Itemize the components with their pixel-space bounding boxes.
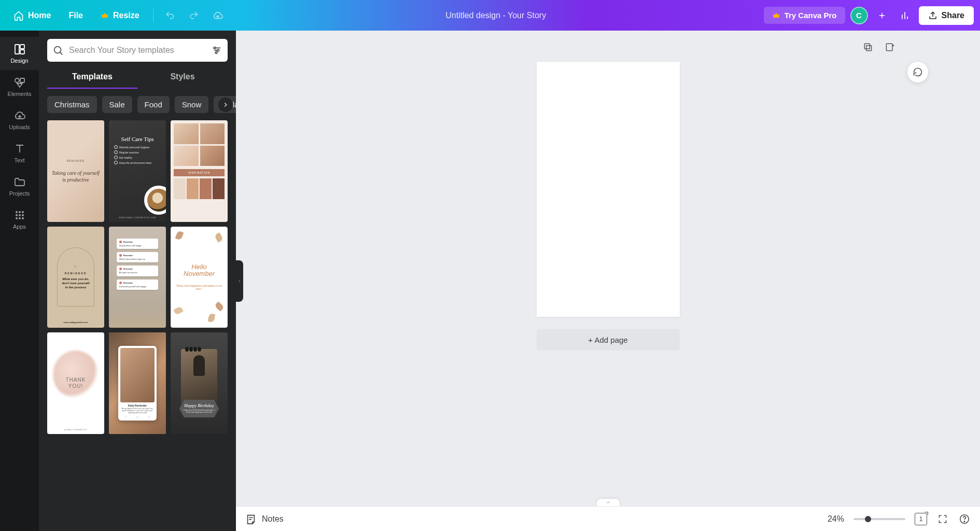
canvas-page[interactable] [537,62,680,317]
hex-label: Happy Birthday I hope your all the best … [179,400,219,417]
notes-icon [245,513,257,525]
tpl-footer: @REALLYGREATSITE [64,429,87,431]
top-bar: Home File Resize Untitled design - Your … [0,0,980,31]
search-box[interactable] [47,39,228,62]
nav-uploads[interactable]: Uploads [0,103,39,136]
phone-title: Daily Reminder [120,404,155,407]
template-card[interactable]: THANKYOU! @REALLYGREATSITE [47,332,104,434]
templates-scroll[interactable]: REMINDER Taking care of yourself is prod… [39,120,236,531]
svg-point-22 [964,521,964,521]
tab-templates[interactable]: Templates [47,67,137,89]
insights-button[interactable] [896,7,914,24]
add-page-button[interactable]: + Add page [537,329,680,351]
share-button[interactable]: Share [919,6,974,25]
svg-point-8 [16,214,18,216]
redo-button[interactable] [184,5,204,26]
svg-point-17 [215,52,217,54]
fullscreen-button[interactable] [936,513,949,525]
nav-projects-label: Projects [9,190,30,197]
cloud-icon [212,10,223,21]
tab-styles[interactable]: Styles [137,67,228,89]
chevron-right-icon [222,101,229,108]
template-card[interactable]: Daily Reminder Being happy all the time … [109,332,166,434]
tpl-item: Eat healthy [114,156,161,159]
crown-icon [101,11,109,20]
arch-frame: ✦ REMINDER What ever you do, don't lose … [57,247,95,306]
leaf-decoration [173,229,225,326]
template-card[interactable]: ✦ REMINDER What ever you do, don't lose … [47,227,104,328]
page-count-button[interactable]: 1 [915,513,927,525]
chip-row: Christmas Sale Food Snow Collage [39,89,236,120]
main-area: Design Elements Uploads Text Projects Ap… [0,31,980,531]
tpl-item: Maintain personal hygiene [114,145,161,149]
share-label: Share [942,11,964,20]
status-right: 24% 1 [828,513,971,525]
tpl-title: Happy Birthday [181,403,217,408]
chip-christmas[interactable]: Christmas [47,96,97,113]
nav-text[interactable]: Text [0,136,39,170]
help-button[interactable] [958,513,971,525]
chip-sale[interactable]: Sale [102,96,132,113]
chip-snow[interactable]: Snow [175,96,209,113]
phone-frame: Daily Reminder Being happy all the time … [118,346,157,421]
template-card[interactable]: REMINDER Taking care of yourself is prod… [47,120,104,222]
home-button[interactable]: Home [6,6,58,25]
plus-icon [877,11,887,20]
divider [153,9,153,22]
fullscreen-icon [937,514,948,524]
pages-drawer-handle[interactable] [597,499,620,506]
template-card[interactable]: Self Care Tips Maintain personal hygiene… [109,120,166,222]
chip-food[interactable]: Food [137,96,170,113]
svg-point-13 [22,217,24,219]
notes-button[interactable]: Notes [245,513,284,525]
document-title[interactable]: Untitled design - Your Story [445,11,546,20]
svg-rect-19 [864,44,870,49]
resize-button[interactable]: Resize [93,7,147,24]
add-page-icon-button[interactable] [883,40,897,54]
collapse-panel-button[interactable] [236,260,243,302]
svg-point-14 [54,47,61,53]
swatch [174,178,186,199]
undo-button[interactable] [160,5,180,26]
resize-label: Resize [113,11,139,20]
template-card[interactable]: ReminderStay positive and happy Reminder… [109,227,166,328]
try-pro-button[interactable]: Try Canva Pro [764,7,845,24]
redo-icon [189,10,199,21]
reset-view-button[interactable] [907,62,928,82]
chart-icon [900,10,910,21]
nav-design[interactable]: Design [0,37,39,70]
add-member-button[interactable] [873,7,891,24]
nav-projects[interactable]: Projects [0,170,39,203]
tpl-text: What ever you do, don't lose yourself in… [61,277,91,289]
search-input[interactable] [69,46,206,55]
template-card[interactable]: INSPIRATION [171,120,228,222]
svg-rect-1 [20,45,24,49]
zoom-knob[interactable] [865,516,871,522]
nav-apps[interactable]: Apps [0,203,39,236]
template-card[interactable]: HelloNovember "Bring more happiness and … [171,227,228,328]
svg-point-5 [16,211,18,213]
chips-next-button[interactable] [218,97,233,112]
svg-point-16 [217,49,219,51]
search-wrap [39,31,236,67]
tpl-title: THANKYOU! [66,377,86,389]
phone-icons: ♡◇↗ [120,415,155,418]
zoom-slider[interactable] [853,518,905,520]
cloud-status[interactable] [207,5,228,26]
avatar[interactable]: C [850,7,868,24]
help-icon [959,513,970,525]
templates-grid: REMINDER Taking care of yourself is prod… [47,120,228,434]
file-menu[interactable]: File [61,7,90,24]
nav-elements-label: Elements [8,91,32,97]
filter-icon[interactable] [211,45,222,56]
nav-rail: Design Elements Uploads Text Projects Ap… [0,31,39,531]
home-icon [13,10,24,21]
canvas-scroll[interactable]: + Add page [236,31,980,506]
template-card[interactable]: Happy Birthday I hope your all the best … [171,332,228,434]
zoom-value[interactable]: 24% [828,514,844,524]
notif-card: ReminderWork hard and don't give up [117,252,158,262]
nav-elements[interactable]: Elements [0,70,39,103]
person [193,355,205,376]
duplicate-page-button[interactable] [861,40,875,54]
nav-text-label: Text [14,157,24,163]
